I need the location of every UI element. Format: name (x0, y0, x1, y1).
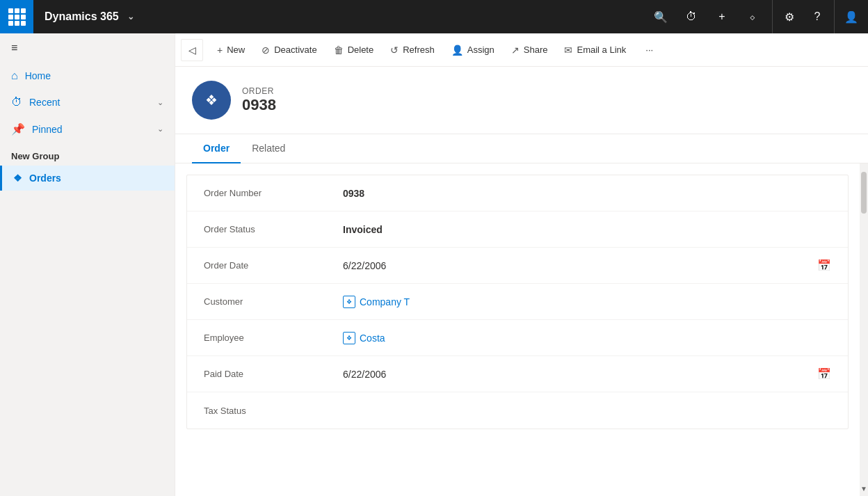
sidebar-item-recent[interactable]: ⏱ Recent ⌄ (0, 89, 175, 115)
new-plus-icon: + (217, 45, 223, 56)
paid-date-calendar-icon[interactable]: 📅 (817, 367, 831, 381)
tabs-bar: Order Related (175, 134, 868, 163)
new-button[interactable]: + New (209, 38, 253, 63)
employee-label: Employee (204, 333, 343, 343)
refresh-icon: ↺ (390, 45, 399, 56)
paid-date-value: 6/22/2006 (343, 369, 817, 380)
form-area: Order Number 0938 Order Status Invoiced … (175, 163, 860, 496)
app-brand[interactable]: Dynamics 365 ⌄ (33, 10, 145, 23)
deactivate-label: Deactivate (274, 45, 316, 55)
delete-button[interactable]: 🗑 Delete (326, 38, 383, 63)
order-number-label: Order Number (204, 188, 343, 198)
copilot-icon[interactable]: ⏱ (677, 3, 705, 31)
form-card: Order Number 0938 Order Status Invoiced … (186, 175, 849, 429)
sidebar-pinned-label: Pinned (32, 124, 63, 135)
new-record-icon[interactable]: + (708, 3, 736, 31)
assign-label: Assign (467, 45, 495, 55)
command-bar: ◁ + New ⊘ Deactivate 🗑 Delete ↺ Refresh … (175, 33, 868, 67)
deactivate-icon: ⊘ (262, 45, 270, 56)
help-icon[interactable]: ? (803, 3, 831, 31)
form-scroll-container: Order Number 0938 Order Status Invoiced … (175, 163, 868, 496)
record-avatar-icon: ❖ (205, 92, 218, 109)
field-order-date: Order Date 6/22/2006 📅 (187, 248, 848, 284)
user-profile-button[interactable]: 👤 (835, 3, 868, 31)
field-order-status: Order Status Invoiced (187, 211, 848, 248)
refresh-button[interactable]: ↺ Refresh (382, 38, 443, 63)
field-order-number: Order Number 0938 (187, 175, 848, 211)
employee-entity-icon: ❖ (343, 332, 355, 344)
share-button[interactable]: ↗ Share (503, 38, 556, 63)
back-button[interactable]: ◁ (181, 39, 203, 61)
orders-icon: ❖ (13, 173, 22, 184)
deactivate-button[interactable]: ⊘ Deactivate (253, 38, 325, 63)
recent-icon: ⏱ (11, 96, 22, 109)
customer-entity-icon: ❖ (343, 296, 355, 308)
settings-group: ⚙ ? (772, 0, 835, 33)
brand-chevron: ⌄ (127, 12, 134, 22)
order-status-label: Order Status (204, 224, 343, 234)
order-number-value: 0938 (343, 188, 831, 199)
order-date-value: 6/22/2006 (343, 260, 817, 271)
record-avatar: ❖ (192, 81, 231, 120)
tab-order-label: Order (203, 143, 230, 154)
employee-value[interactable]: ❖ Costa (343, 332, 831, 344)
settings-icon[interactable]: ⚙ (775, 3, 803, 31)
search-icon[interactable]: 🔍 (647, 3, 675, 31)
tab-related[interactable]: Related (241, 134, 296, 163)
share-label: Share (524, 45, 548, 55)
waffle-icon (8, 8, 26, 26)
waffle-menu-button[interactable] (0, 0, 33, 33)
scroll-down-arrow[interactable]: ▼ (860, 482, 867, 493)
scroll-thumb[interactable] (861, 172, 867, 214)
share-icon: ↗ (511, 45, 520, 56)
assign-icon: 👤 (451, 45, 463, 56)
scroll-bar-area: ▼ (860, 163, 868, 496)
more-commands-button[interactable]: ··· (637, 38, 661, 63)
sidebar-item-home[interactable]: ⌂ Home (0, 63, 175, 89)
order-date-label: Order Date (204, 260, 343, 271)
home-icon: ⌂ (11, 70, 18, 82)
app-title: Dynamics 365 (45, 10, 119, 23)
email-link-label: Email a Link (577, 45, 626, 55)
email-icon: ✉ (564, 45, 572, 56)
sidebar-recent-label: Recent (29, 97, 60, 108)
record-entity-label: ORDER (242, 86, 276, 96)
sidebar-item-pinned[interactable]: 📌 Pinned ⌄ (0, 115, 175, 143)
record-name: 0938 (242, 96, 276, 114)
recent-chevron-icon: ⌄ (157, 98, 163, 107)
content-area: ◁ + New ⊘ Deactivate 🗑 Delete ↺ Refresh … (175, 33, 868, 496)
customer-value[interactable]: ❖ Company T (343, 296, 831, 308)
tab-order[interactable]: Order (192, 134, 241, 163)
delete-icon: 🗑 (334, 45, 344, 56)
calendar-icon[interactable]: 📅 (817, 259, 831, 272)
main-body: ≡ ⌂ Home ⏱ Recent ⌄ 📌 Pinned ⌄ New Group… (0, 33, 868, 496)
sidebar-section-title: New Group (0, 143, 175, 166)
record-header: ❖ ORDER 0938 (175, 67, 868, 134)
email-link-button[interactable]: ✉ Email a Link (556, 38, 634, 63)
top-nav-icons: 🔍 ⏱ + ⬦ (641, 3, 772, 31)
pinned-chevron-icon: ⌄ (157, 125, 163, 134)
sidebar-item-orders[interactable]: ❖ Orders (0, 166, 175, 191)
customer-label: Customer (204, 296, 343, 307)
new-label: New (227, 45, 245, 55)
field-paid-date: Paid Date 6/22/2006 📅 (187, 356, 848, 392)
sidebar-home-label: Home (25, 70, 51, 81)
sidebar-toggle[interactable]: ≡ (0, 33, 175, 63)
back-icon: ◁ (188, 45, 196, 56)
field-tax-status: Tax Status (187, 392, 848, 429)
filter-icon[interactable]: ⬦ (739, 3, 766, 31)
field-employee: Employee ❖ Costa (187, 320, 848, 356)
record-title-group: ORDER 0938 (242, 86, 276, 114)
customer-link-text: Company T (360, 296, 410, 307)
more-icon: ··· (645, 45, 653, 55)
refresh-label: Refresh (403, 45, 435, 55)
tab-related-label: Related (252, 143, 285, 154)
employee-link-text: Costa (360, 333, 385, 344)
top-nav-bar: Dynamics 365 ⌄ 🔍 ⏱ + ⬦ ⚙ ? 👤 (0, 0, 868, 33)
sidebar: ≡ ⌂ Home ⏱ Recent ⌄ 📌 Pinned ⌄ New Group… (0, 33, 175, 496)
assign-button[interactable]: 👤 Assign (443, 38, 503, 63)
hamburger-icon: ≡ (11, 42, 17, 54)
paid-date-label: Paid Date (204, 369, 343, 379)
field-customer: Customer ❖ Company T (187, 284, 848, 320)
pinned-icon: 📌 (11, 122, 25, 136)
